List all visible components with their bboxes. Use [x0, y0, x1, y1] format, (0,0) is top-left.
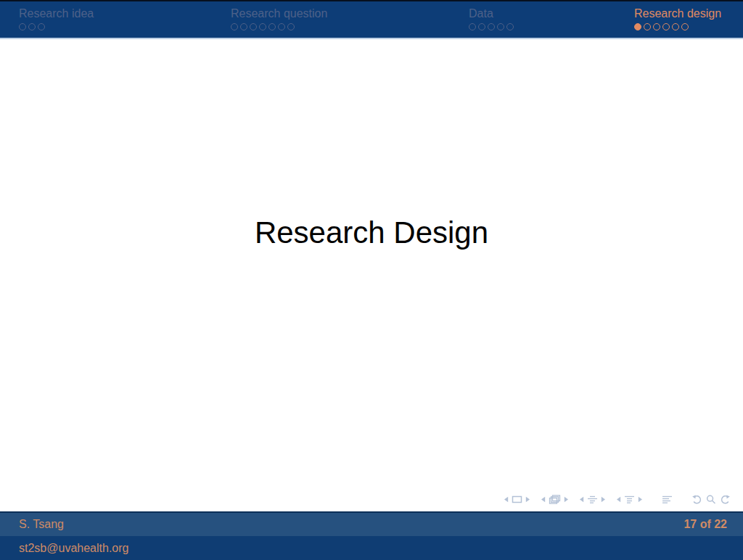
section-label: Research question: [231, 7, 327, 20]
section-slide-dots: [634, 23, 721, 30]
frame-nav-group: [539, 495, 570, 504]
next-section-icon[interactable]: [636, 496, 644, 503]
slide-dot[interactable]: [488, 23, 495, 30]
prev-section-icon[interactable]: [615, 496, 623, 503]
next-frame-icon[interactable]: [562, 496, 570, 503]
slide-dot[interactable]: [681, 23, 689, 30]
page-counter: 17 of 22: [684, 518, 727, 531]
forward-icon[interactable]: [718, 495, 732, 504]
slide-dot[interactable]: [478, 23, 485, 30]
author-email[interactable]: st2sb@uvahealth.org: [19, 542, 128, 555]
slide-nav-group: [502, 495, 532, 503]
slide-icon[interactable]: [510, 495, 524, 503]
slide-dot[interactable]: [19, 23, 26, 30]
footer: S. Tsang 17 of 22 st2sb@uvahealth.org: [0, 511, 743, 560]
slide-dot[interactable]: [653, 23, 660, 30]
slide-dot[interactable]: [287, 23, 295, 30]
presentation-slide: Research ideaResearch questionDataResear…: [0, 0, 743, 560]
slide-dot[interactable]: [28, 23, 36, 30]
header-section-research-design[interactable]: Research design: [634, 7, 721, 30]
appendix-nav-group: [660, 495, 674, 504]
header-section-research-idea[interactable]: Research idea: [19, 7, 94, 30]
slide-dot[interactable]: [506, 23, 514, 30]
slide-dot[interactable]: [662, 23, 670, 30]
prev-slide-icon[interactable]: [502, 496, 510, 503]
slide-dot[interactable]: [268, 23, 276, 30]
header-section-data[interactable]: Data: [469, 7, 516, 30]
section-label: Data: [469, 7, 516, 20]
section-slide-dots: [231, 23, 327, 30]
page-title: Research Design: [0, 217, 743, 249]
prev-frame-icon[interactable]: [539, 496, 547, 503]
section-list-icon[interactable]: [623, 495, 636, 504]
author-name: S. Tsang: [19, 518, 64, 531]
section-slide-dots: [19, 23, 94, 30]
slide-dot[interactable]: [38, 23, 45, 30]
slide-dot[interactable]: [240, 23, 247, 30]
section-label: Research design: [634, 7, 721, 20]
search-icon[interactable]: [705, 495, 718, 504]
section-nav-group: [615, 495, 644, 504]
history-nav-group: [690, 495, 732, 504]
subsection-nav-group: [578, 495, 607, 504]
appendix-list-icon[interactable]: [660, 495, 674, 504]
slide-dot[interactable]: [259, 23, 266, 30]
footer-author-row: S. Tsang 17 of 22: [0, 511, 743, 536]
slide-dot[interactable]: [497, 23, 504, 30]
footer-email-row: st2sb@uvahealth.org: [0, 536, 743, 560]
slide-dot[interactable]: [231, 23, 238, 30]
subsection-list-icon[interactable]: [586, 495, 599, 504]
section-slide-dots: [469, 23, 516, 30]
next-slide-icon[interactable]: [524, 496, 532, 503]
slide-dot[interactable]: [250, 23, 257, 30]
slide-dot[interactable]: [469, 23, 476, 30]
prev-subsection-icon[interactable]: [578, 496, 586, 503]
slide-dot[interactable]: [634, 23, 641, 30]
section-navigation-header: Research ideaResearch questionDataResear…: [0, 0, 743, 39]
frames-icon[interactable]: [547, 495, 562, 504]
header-section-research-question[interactable]: Research question: [231, 7, 327, 30]
navigation-symbols-bar: [495, 495, 732, 504]
slide-dot[interactable]: [278, 23, 285, 30]
section-label: Research idea: [19, 7, 94, 20]
back-icon[interactable]: [690, 495, 705, 504]
slide-dot[interactable]: [644, 23, 651, 30]
next-subsection-icon[interactable]: [599, 496, 607, 503]
slide-dot[interactable]: [672, 23, 679, 30]
